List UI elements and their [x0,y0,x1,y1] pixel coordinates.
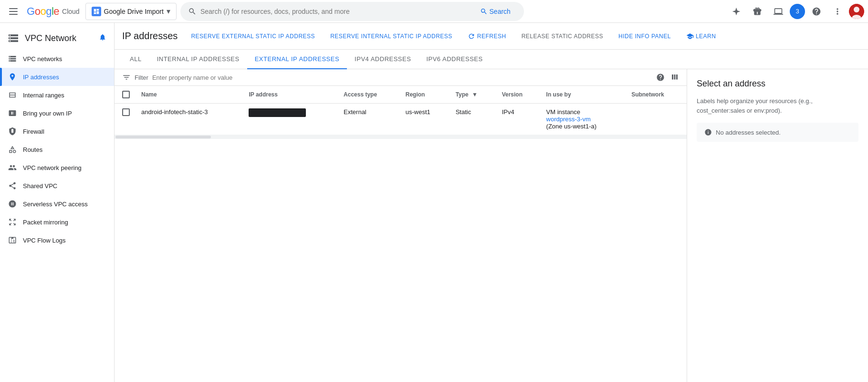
sidebar-item-firewall[interactable]: Firewall [0,122,114,140]
vm-instance-link[interactable]: wordpress-3-vm [546,116,591,123]
sidebar-item-serverless-vpc-access[interactable]: Serverless VPC access [0,195,114,213]
select-all-checkbox[interactable] [122,91,130,98]
sidebar-item-label: Serverless VPC access [23,201,88,208]
main-toolbar: IP addresses RESERVE EXTERNAL STATIC IP … [115,23,868,50]
table-header-subnetwork: Subnetwork [626,86,687,104]
sidebar-header: VPC Network [0,27,114,50]
row-checkbox-cell [115,104,136,135]
tab-internal-ip[interactable]: INTERNAL IP ADDRESSES [149,50,247,69]
row-access-type: External [338,104,400,135]
info-notice-text: No addresses selected. [716,129,781,136]
page-title: IP addresses [122,31,178,42]
learn-button[interactable]: LEARN [680,30,722,43]
project-selector[interactable]: Google Drive Import ▾ [85,3,177,20]
search-icon [188,7,197,16]
info-notice: No addresses selected. [697,123,858,142]
hamburger-button[interactable] [4,2,23,21]
filter-input[interactable] [152,74,652,81]
columns-icon[interactable] [670,73,679,82]
firewall-icon [8,127,17,136]
sidebar-item-label: Bring your own IP [23,110,72,117]
bring-own-ip-icon [8,109,17,117]
notification-badge[interactable]: 3 [790,4,805,19]
search-input[interactable] [200,8,471,15]
table-header-type[interactable]: Type ▼ [450,86,496,104]
main-layout: VPC Network VPC networks IP addresses In… [0,23,868,382]
screen-button[interactable] [769,2,788,21]
help-button[interactable] [807,2,826,21]
svg-point-1 [854,7,859,12]
sidebar-item-vpc-networks[interactable]: VPC networks [0,50,114,68]
tab-ipv4[interactable]: IPV4 ADDRESSES [347,50,418,69]
sidebar-item-label: Routes [23,146,42,153]
internal-ranges-icon [8,91,17,99]
sparkle-button[interactable] [727,2,746,21]
sidebar-product-name: VPC Network [25,33,76,43]
row-name: android-infotech-static-3 [136,104,243,135]
filter-bar: Filter [115,69,687,86]
search-bar: Search [180,2,524,21]
row-version: IPv4 [496,104,541,135]
row-checkbox[interactable] [122,108,130,116]
table-header-in-use-by: In use by [541,86,626,104]
filter-label: Filter [135,74,148,81]
reserve-internal-button[interactable]: RESERVE INTERNAL STATIC IP ADDRESS [324,30,458,42]
tab-all[interactable]: ALL [122,50,149,69]
vpc-network-icon [8,32,19,44]
sidebar-item-vpc-flow-logs[interactable]: VPC Flow Logs [0,231,114,249]
chevron-down-icon: ▾ [167,7,170,16]
sidebar-item-label: Firewall [23,128,44,135]
project-name: Google Drive Import [104,8,164,15]
routes-icon [8,145,17,154]
filter-help-icon[interactable] [656,73,665,82]
sidebar-item-vpc-network-peering[interactable]: VPC network peering [0,159,114,177]
table-header-version: Version [496,86,541,104]
sidebar-item-label: IP addresses [23,74,59,81]
sidebar: VPC Network VPC networks IP addresses In… [0,23,115,382]
packet-mirroring-icon [8,218,17,226]
tab-external-ip[interactable]: EXTERNAL IP ADDRESSES [247,50,347,69]
table-row[interactable]: android-infotech-static-3 External us-we… [115,104,687,135]
learn-icon [686,32,694,40]
gift-button[interactable] [748,2,767,21]
table-area: Filter [115,69,687,382]
sidebar-item-routes[interactable]: Routes [0,140,114,159]
shared-vpc-icon [8,181,17,190]
table-header-select-all [115,86,136,104]
filter-icon [122,73,131,82]
vpc-networks-icon [8,54,17,63]
search-button[interactable]: Search [474,5,516,18]
sidebar-item-label: VPC Flow Logs [23,237,66,244]
bell-icon[interactable] [99,33,106,43]
info-panel-description: Labels help organize your resources (e.g… [697,96,858,115]
table-header-access-type: Access type [338,86,400,104]
project-icon [92,7,101,16]
sidebar-item-bring-your-own-ip[interactable]: Bring your own IP [0,104,114,122]
hide-info-panel-button[interactable]: HIDE INFO PANEL [613,30,677,42]
release-static-button[interactable]: RELEASE STATIC ADDRESS [516,30,609,42]
horizontal-scrollbar[interactable] [115,135,687,139]
more-button[interactable] [828,2,847,21]
sidebar-item-ip-addresses[interactable]: IP addresses [0,68,114,86]
sidebar-item-shared-vpc[interactable]: Shared VPC [0,177,114,195]
sort-icon: ▼ [472,91,478,98]
table-header-ip-address: IP address [243,86,338,104]
vpc-flow-logs-icon [8,236,17,244]
sidebar-item-label: Packet mirroring [23,219,68,226]
row-in-use-by: VM instance wordpress-3-vm (Zone us-west… [541,104,626,135]
info-notice-icon [704,128,712,136]
sidebar-item-internal-ranges[interactable]: Internal ranges [0,86,114,104]
tab-ipv6[interactable]: IPV6 ADDRESSES [418,50,490,69]
sidebar-item-label: VPC network peering [23,164,82,171]
sidebar-item-packet-mirroring[interactable]: Packet mirroring [0,213,114,231]
reserve-external-button[interactable]: RESERVE EXTERNAL STATIC IP ADDRESS [185,30,321,42]
user-avatar[interactable] [849,4,864,19]
row-subnetwork [626,104,687,135]
table-header-region: Region [400,86,450,104]
ip-addresses-table: Name IP address Access type Region [115,86,687,135]
refresh-button[interactable]: REFRESH [462,30,512,43]
nav-icons: 3 [727,2,864,21]
scrollbar-thumb[interactable] [115,136,211,138]
google-cloud-logo: Google Cloud [27,5,80,18]
info-panel: Select an address Labels help organize y… [687,69,868,382]
